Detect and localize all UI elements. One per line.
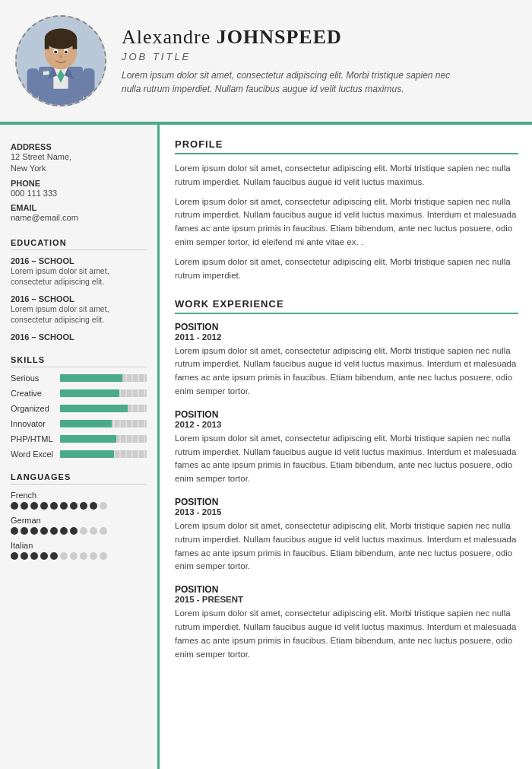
svg-rect-16: [27, 68, 39, 100]
profile-paragraph: Lorem ipsum dolor sit amet, consectetur …: [175, 195, 518, 249]
svg-rect-9: [72, 39, 77, 49]
skills-section: SKILLS Serious Creative Organized Innova…: [11, 355, 147, 459]
language-dot: [40, 552, 48, 560]
language-dot: [90, 527, 97, 535]
candidate-name: Alexandre JOHNSPEED: [122, 26, 517, 49]
work-item: POSITION 2015 - PRESENT Lorem ipsum dolo…: [175, 584, 518, 661]
edu-desc: Lorem ipsum dolor sit amet, consectetur …: [11, 265, 147, 287]
work-item: POSITION 2013 - 2015 Lorem ipsum dolor s…: [175, 497, 518, 574]
skill-row: Innovator: [11, 419, 147, 428]
profile-paragraph: Lorem ipsum dolor sit amet, consectetur …: [175, 162, 518, 189]
language-dot: [100, 502, 107, 510]
edu-year-school: 2016 – SCHOOL: [11, 332, 147, 342]
body-layout: ADDRESS 12 Street Name, New York PHONE 0…: [0, 125, 532, 769]
svg-point-14: [59, 55, 62, 59]
work-description: Lorem ipsum dolor sit amet, consectetur …: [175, 607, 518, 661]
avatar: [15, 15, 106, 106]
svg-point-13: [65, 50, 68, 53]
resume-header: Alexandre JOHNSPEED JOB TITLE Lorem ipsu…: [0, 0, 532, 125]
language-dot: [100, 552, 107, 560]
language-dot: [21, 552, 28, 560]
education-section: EDUCATION 2016 – SCHOOLLorem ipsum dolor…: [11, 238, 147, 342]
language-dot: [90, 552, 97, 560]
work-position: POSITION: [175, 322, 518, 332]
skill-bar-bg: [60, 374, 147, 382]
main-content: PROFILE Lorem ipsum dolor sit amet, cons…: [160, 125, 532, 769]
svg-point-7: [45, 28, 78, 49]
skill-row: Creative: [11, 389, 147, 398]
language-dot: [50, 502, 58, 510]
language-dot: [11, 502, 18, 510]
language-dot: [50, 552, 58, 560]
skills-title: SKILLS: [11, 355, 147, 367]
education-item: 2016 – SCHOOL: [11, 332, 147, 342]
skill-row: Organized: [11, 404, 147, 413]
svg-point-12: [54, 50, 57, 53]
work-position: POSITION: [175, 584, 518, 595]
language-item: Italian: [11, 541, 147, 560]
language-name: German: [11, 516, 147, 525]
skill-bar-fill: [60, 435, 116, 443]
phone-label: PHONE: [11, 179, 147, 188]
skill-name: Innovator: [11, 419, 60, 428]
language-dot: [30, 552, 38, 560]
skill-row: PHP/HTML: [11, 434, 147, 443]
language-dot: [80, 527, 87, 535]
header-info: Alexandre JOHNSPEED JOB TITLE Lorem ipsu…: [122, 26, 517, 96]
skill-bar-fill: [60, 374, 122, 382]
svg-rect-17: [83, 68, 94, 100]
work-description: Lorem ipsum dolor sit amet, consectetur …: [175, 432, 518, 486]
work-years: 2015 - PRESENT: [175, 595, 518, 604]
skill-name: Creative: [11, 389, 60, 398]
svg-rect-8: [45, 39, 49, 49]
language-dot: [11, 552, 18, 560]
phone-value: 000 111 333: [11, 188, 147, 199]
skill-bar-bg: [60, 420, 147, 427]
edu-year-school: 2016 – SCHOOL: [11, 294, 147, 303]
language-dots: [11, 527, 147, 535]
skill-bar-fill: [60, 450, 114, 458]
language-dot: [40, 527, 48, 535]
sidebar: ADDRESS 12 Street Name, New York PHONE 0…: [0, 125, 160, 769]
language-dot: [11, 527, 18, 535]
language-item: French: [11, 491, 147, 510]
skill-bar-bg: [60, 405, 147, 412]
education-item: 2016 – SCHOOLLorem ipsum dolor sit amet,…: [11, 256, 147, 287]
skill-bar-fill: [60, 405, 128, 412]
skill-name: Organized: [11, 404, 60, 413]
language-dot: [90, 502, 97, 510]
skill-bar-bg: [60, 435, 147, 443]
language-dot: [60, 502, 68, 510]
language-item: German: [11, 516, 147, 535]
language-dot: [30, 502, 38, 510]
resume-container: Alexandre JOHNSPEED JOB TITLE Lorem ipsu…: [0, 0, 532, 769]
skill-bar-bg: [60, 389, 147, 397]
language-dot: [80, 502, 87, 510]
skill-name: Word Excel: [11, 450, 60, 459]
skill-row: Serious: [11, 373, 147, 383]
education-title: EDUCATION: [11, 238, 147, 250]
work-years: 2012 - 2013: [175, 420, 518, 429]
address-line1: 12 Street Name,: [11, 151, 147, 163]
language-dot: [70, 502, 78, 510]
languages-title: LANGUAGES: [11, 472, 147, 485]
contact-section: ADDRESS 12 Street Name, New York PHONE 0…: [11, 142, 147, 224]
skill-bar-bg: [60, 450, 147, 458]
header-description: Lorem ipsum dolor sit amet, consectetur …: [122, 68, 456, 96]
address-line2: New York: [11, 163, 147, 174]
email-label: EMAIL: [11, 203, 147, 212]
language-dot: [100, 527, 107, 535]
work-description: Lorem ipsum dolor sit amet, consectetur …: [175, 345, 518, 399]
language-dot: [21, 502, 28, 510]
work-item: POSITION 2011 - 2012 Lorem ipsum dolor s…: [175, 322, 518, 399]
language-dot: [80, 552, 87, 560]
work-position: POSITION: [175, 409, 518, 420]
svg-rect-15: [43, 71, 49, 75]
work-years: 2013 - 2015: [175, 507, 518, 516]
language-dot: [60, 552, 68, 560]
education-item: 2016 – SCHOOLLorem ipsum dolor sit amet,…: [11, 294, 147, 325]
language-dot: [60, 527, 68, 535]
language-name: French: [11, 491, 147, 500]
profile-paragraph: Lorem ipsum dolor sit amet, consectetur …: [175, 256, 518, 283]
edu-year-school: 2016 – SCHOOL: [11, 256, 147, 265]
